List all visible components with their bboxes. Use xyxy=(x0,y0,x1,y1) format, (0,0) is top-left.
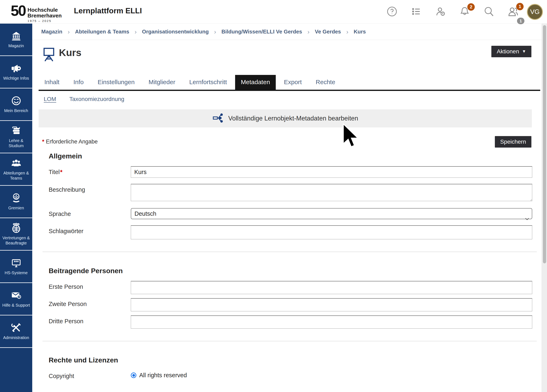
breadcrumb-separator: › xyxy=(307,28,309,35)
help-button[interactable] xyxy=(380,0,404,24)
sidebar-item-label: Gremien xyxy=(8,205,24,210)
help-icon xyxy=(387,6,397,18)
form-row-dritte-person: Dritte Person xyxy=(49,315,532,329)
breadcrumb: Magazin › Abteilungen & Teams › Organisa… xyxy=(32,24,542,40)
notifications-badge: 2 xyxy=(467,3,475,11)
copyright-radio-selected[interactable] xyxy=(131,372,136,378)
tab-metadaten[interactable]: Metadaten xyxy=(235,75,276,90)
dritte-person-label: Dritte Person xyxy=(49,315,131,329)
books-icon xyxy=(11,125,21,136)
page-title: Kurs xyxy=(59,47,81,58)
breadcrumb-item[interactable]: Kurs xyxy=(354,28,366,35)
university-logo: 50 Hochschule Bremerhaven 1975 – 2025 xyxy=(11,2,62,23)
sidebar-item-hilfe-support[interactable]: ? Hilfe & Support xyxy=(0,283,32,315)
contacts-button[interactable]: 1 1 xyxy=(501,0,525,24)
sidebar-item-label: Administration xyxy=(3,335,29,340)
sidebar-item-vertretungen[interactable]: Vertretungen & Beauftragte xyxy=(0,218,32,250)
tab-export[interactable]: Export xyxy=(278,75,308,90)
search-button[interactable] xyxy=(477,0,501,24)
sidebar-item-wichtige-infos[interactable]: Wichtige Infos xyxy=(0,56,32,88)
section-heading-allgemein: Allgemein xyxy=(49,152,542,160)
breadcrumb-separator: › xyxy=(68,28,70,35)
sidebar-item-abteilungen-teams[interactable]: Abteilungen & Teams xyxy=(0,153,32,186)
form-row-erste-person: Erste Person xyxy=(49,281,532,294)
avatar[interactable]: VG xyxy=(527,4,543,20)
megaphone-icon xyxy=(11,63,22,74)
sidebar-item-gremien[interactable]: Gremien xyxy=(0,186,32,218)
logo-years: 1975 – 2025 xyxy=(27,19,62,23)
edit-full-metadata-link[interactable]: Vollständige Lernobjekt-Metadaten bearbe… xyxy=(39,109,532,128)
subtab-lom[interactable]: LOM xyxy=(44,96,56,102)
tools-icon xyxy=(11,322,21,333)
globe-people-icon xyxy=(11,223,22,233)
erste-person-label: Erste Person xyxy=(49,281,131,294)
beschreibung-textarea[interactable] xyxy=(131,184,532,201)
breadcrumb-item[interactable]: Abteilungen & Teams xyxy=(75,28,129,35)
save-button[interactable]: Speichern xyxy=(495,136,531,148)
sidebar-item-lehre-studium[interactable]: Lehre & Studium xyxy=(0,121,32,153)
copyright-radio-label: All rights reserved xyxy=(139,372,187,379)
subtab-bar: LOM Taxonomiezuordnung xyxy=(32,91,542,107)
form-beitragende: Erste Person Zweite Person Dritte Person xyxy=(49,281,532,329)
scrollbar-thumb[interactable] xyxy=(543,25,546,263)
main-content: Magazin › Abteilungen & Teams › Organisa… xyxy=(32,24,542,392)
sidebar-item-mein-bereich[interactable]: Mein Bereich xyxy=(0,88,32,121)
titel-input[interactable] xyxy=(131,166,532,178)
sidebar-filler xyxy=(0,348,32,392)
contacts-badge-bottom: 1 xyxy=(517,18,524,24)
app-title: Lernplattform ELLI xyxy=(74,7,142,15)
tab-mitglieder[interactable]: Mitglieder xyxy=(143,75,181,90)
zweite-person-label: Zweite Person xyxy=(49,298,131,311)
titel-label: Titel* xyxy=(49,166,131,178)
user-status-button[interactable] xyxy=(428,0,452,24)
notifications-button[interactable]: 2 xyxy=(452,0,477,24)
tab-rechte[interactable]: Rechte xyxy=(310,75,341,90)
section-heading-beitragende: Beitragende Personen xyxy=(49,267,542,275)
logo-50: 50 xyxy=(11,2,26,20)
sidebar-item-hs-systeme[interactable]: *** HS-Systeme xyxy=(0,250,32,283)
actions-button[interactable]: Aktionen▼ xyxy=(491,46,531,57)
metadata-nodes-icon xyxy=(212,112,224,125)
header-icon-bar: 2 1 1 VG xyxy=(380,0,547,24)
sidebar-item-label: HS-Systeme xyxy=(5,270,27,275)
svg-text:***: *** xyxy=(14,260,19,264)
tab-lernfortschritt[interactable]: Lernfortschritt xyxy=(184,75,233,90)
dritte-person-input[interactable] xyxy=(131,315,532,329)
breadcrumb-item[interactable]: Ve Gerdes xyxy=(315,28,341,35)
sidebar-item-magazin[interactable]: Magazin xyxy=(0,24,32,56)
breadcrumb-item[interactable]: Organisationsentwicklung xyxy=(142,28,209,35)
sidebar-item-administration[interactable]: Administration xyxy=(0,315,32,348)
logo-name-line1: Hochschule xyxy=(27,7,62,13)
breadcrumb-item[interactable]: Magazin xyxy=(41,28,62,35)
form-row-sprache: Sprache Deutsch xyxy=(49,208,532,219)
form-allgemein: Titel* Beschreibung Sprache Deutsch xyxy=(49,166,532,239)
contacts-badge-top: 1 xyxy=(516,3,524,10)
sprache-select[interactable]: Deutsch xyxy=(131,208,532,219)
form-row-zweite-person: Zweite Person xyxy=(49,298,532,311)
copyright-radio-group: All rights reserved xyxy=(131,370,532,379)
todo-list-button[interactable] xyxy=(404,0,428,24)
vertical-scrollbar xyxy=(542,24,547,392)
course-easel-icon xyxy=(42,47,56,62)
mail-question-icon: ? xyxy=(11,290,22,301)
beschreibung-label: Beschreibung xyxy=(49,184,131,202)
tab-info[interactable]: Info xyxy=(68,75,89,90)
form-rechte: Copyright All rights reserved xyxy=(49,370,532,379)
smiley-icon xyxy=(11,95,21,106)
breadcrumb-item[interactable]: Bildung/Wissen/ELLI Ve Gerdes xyxy=(222,28,302,35)
breadcrumb-separator: › xyxy=(214,28,216,35)
erste-person-input[interactable] xyxy=(131,281,532,294)
tab-einstellungen[interactable]: Einstellungen xyxy=(92,75,140,90)
schlagwoerter-input[interactable] xyxy=(131,225,532,239)
form-row-titel: Titel* xyxy=(49,166,532,178)
schlagwoerter-label: Schlagwörter xyxy=(49,225,131,239)
subtab-taxonomiezuordnung[interactable]: Taxonomiezuordnung xyxy=(69,96,124,102)
form-row-copyright: Copyright All rights reserved xyxy=(49,370,532,379)
monitor-password-icon: *** xyxy=(11,257,22,268)
sidebar-item-label: Mein Bereich xyxy=(4,108,28,113)
zweite-person-input[interactable] xyxy=(131,298,532,311)
tab-inhalt[interactable]: Inhalt xyxy=(39,75,65,90)
breadcrumb-separator: › xyxy=(135,28,137,35)
required-note: *Erforderliche Angabe xyxy=(42,139,98,145)
sidebar: Magazin Wichtige Infos Mein Bereich Lehr… xyxy=(0,24,32,392)
